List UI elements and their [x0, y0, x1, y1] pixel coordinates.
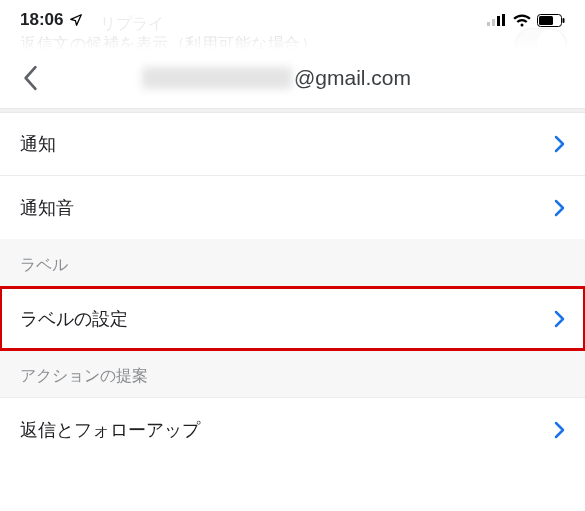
- svg-rect-3: [502, 14, 505, 26]
- chevron-right-icon: [554, 135, 565, 153]
- wifi-icon: [513, 14, 531, 27]
- status-time: 18:06: [20, 10, 63, 30]
- status-bar: 18:06: [0, 0, 585, 36]
- svg-rect-6: [563, 18, 565, 23]
- row-sound[interactable]: 通知音: [0, 176, 585, 239]
- row-label: 返信とフォローアップ: [20, 418, 200, 442]
- cellular-icon: [487, 14, 507, 26]
- nav-header: @gmail.com: [0, 36, 585, 108]
- svg-rect-2: [497, 16, 500, 26]
- location-icon: [69, 13, 83, 27]
- account-email: @gmail.com: [142, 66, 411, 90]
- chevron-right-icon: [554, 421, 565, 439]
- row-label: 通知: [20, 132, 56, 156]
- svg-rect-5: [539, 16, 553, 25]
- row-label: 通知音: [20, 196, 74, 220]
- row-reply-followup[interactable]: 返信とフォローアップ: [0, 398, 585, 461]
- svg-rect-0: [487, 22, 490, 26]
- row-label-settings[interactable]: ラベルの設定: [0, 287, 585, 350]
- row-label: ラベルの設定: [20, 307, 128, 331]
- chevron-right-icon: [554, 199, 565, 217]
- section-header-label: ラベル: [0, 239, 585, 287]
- back-button[interactable]: [18, 66, 42, 90]
- status-right: [487, 14, 565, 27]
- row-notifications[interactable]: 通知: [0, 113, 585, 176]
- chevron-right-icon: [554, 310, 565, 328]
- email-domain: @gmail.com: [294, 66, 411, 90]
- status-left: 18:06: [20, 10, 83, 30]
- battery-icon: [537, 14, 565, 27]
- email-local-blurred: [142, 67, 292, 89]
- svg-rect-1: [492, 19, 495, 26]
- section-header-actions: アクションの提案: [0, 350, 585, 398]
